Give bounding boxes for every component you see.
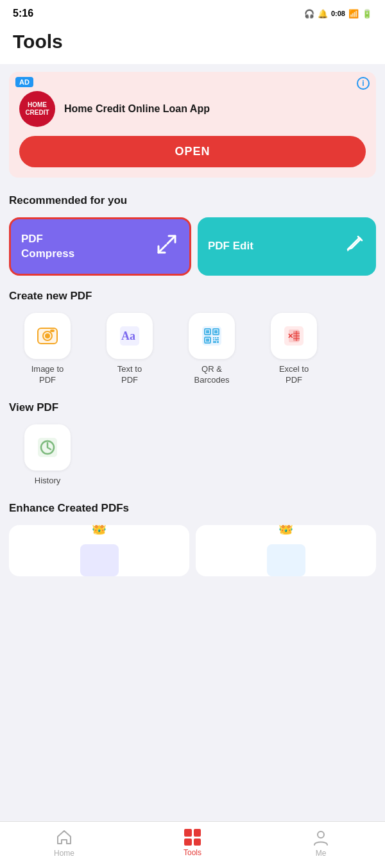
battery-icon: 🔋: [362, 9, 372, 19]
qr-barcodes-item[interactable]: QR &Barcodes: [173, 313, 250, 386]
image-to-pdf-icon-box: [24, 313, 71, 359]
svg-rect-18: [206, 338, 209, 342]
qr-barcodes-label: QR &Barcodes: [194, 364, 230, 386]
svg-rect-20: [215, 337, 216, 338]
page-title: Tools: [13, 31, 372, 53]
status-bar: 5:16 🎧 🔔 0:08 📶 🔋: [0, 0, 385, 24]
enhance-section: Enhance Created PDFs: [0, 493, 385, 525]
ad-info-icon[interactable]: i: [357, 77, 370, 90]
svg-rect-23: [215, 339, 219, 340]
ad-title: Home Credit Online Loan App: [64, 103, 210, 115]
history-item[interactable]: History: [9, 424, 86, 487]
nav-tools[interactable]: Tools: [167, 829, 218, 857]
view-pdf-title: View PDF: [9, 401, 376, 414]
ad-logo: HOMECREDIT: [19, 91, 55, 127]
edit-icon: [343, 233, 366, 260]
nav-me[interactable]: Me: [295, 828, 346, 858]
headphone-icon: 🎧: [304, 9, 314, 19]
svg-point-36: [318, 831, 324, 838]
text-to-pdf-item[interactable]: Aa Text toPDF: [91, 313, 168, 386]
status-time: 5:16: [13, 8, 33, 19]
notification-icon: 🔔: [318, 9, 328, 19]
bottom-nav: Home Tools Me: [0, 821, 385, 868]
svg-rect-19: [213, 337, 214, 338]
nav-home-label: Home: [54, 849, 74, 858]
svg-point-8: [45, 333, 50, 338]
home-icon: [55, 828, 73, 846]
wifi-icon: 📶: [348, 9, 359, 19]
tools-icon: [184, 829, 201, 846]
page-title-bar: Tools: [0, 24, 385, 64]
data-icon: 0:08: [331, 10, 345, 17]
crown-icon-1: 👑: [91, 525, 107, 535]
svg-rect-14: [206, 330, 209, 333]
recommended-section: Recommended for you: [0, 185, 385, 217]
pdf-compress-label: PDFCompress: [21, 232, 74, 260]
svg-rect-16: [214, 330, 218, 333]
image-to-pdf-label: Image toPDF: [31, 364, 64, 386]
enhance-card-1[interactable]: 👑: [9, 525, 189, 576]
ad-label: AD: [15, 77, 33, 87]
svg-rect-9: [50, 330, 55, 332]
nav-home[interactable]: Home: [38, 828, 90, 858]
excel-to-pdf-icon-box: ✕: [271, 313, 317, 359]
svg-rect-21: [217, 337, 219, 338]
pdf-compress-card[interactable]: PDFCompress: [9, 217, 191, 276]
compress-icon: [155, 232, 179, 261]
nav-tools-label: Tools: [184, 848, 201, 857]
ad-banner: AD i HOMECREDIT Home Credit Online Loan …: [9, 72, 376, 178]
create-pdf-title: Create new PDF: [9, 290, 376, 303]
crown-icon-2: 👑: [278, 525, 294, 535]
excel-to-pdf-label: Excel toPDF: [279, 364, 309, 386]
ad-open-button[interactable]: OPEN: [19, 136, 366, 167]
pdf-edit-card[interactable]: PDF Edit: [198, 217, 376, 276]
nav-me-label: Me: [316, 849, 327, 858]
recommended-section-title: Recommended for you: [9, 194, 376, 207]
svg-line-0: [167, 236, 175, 244]
svg-text:✕: ✕: [287, 332, 293, 340]
svg-rect-25: [217, 341, 219, 343]
status-icons: 🎧 🔔 0:08 📶 🔋: [304, 9, 372, 19]
ad-logo-text: HOMECREDIT: [25, 101, 49, 117]
history-row: History: [0, 424, 385, 493]
history-icon-box: [24, 424, 71, 471]
create-pdf-grid: Image toPDF Aa Text toPDF: [0, 313, 385, 392]
excel-to-pdf-item[interactable]: ✕ Excel toPDF: [255, 313, 332, 386]
text-to-pdf-icon-box: Aa: [107, 313, 153, 359]
create-pdf-section: Create new PDF: [0, 281, 385, 313]
svg-rect-22: [213, 339, 214, 340]
history-label: History: [35, 476, 60, 487]
recommended-row: PDFCompress PDF Edit: [0, 217, 385, 281]
ad-content: HOMECREDIT Home Credit Online Loan App: [19, 91, 366, 127]
enhance-row: 👑 👑: [0, 525, 385, 583]
view-pdf-section: View PDF: [0, 392, 385, 424]
svg-text:Aa: Aa: [121, 330, 135, 342]
svg-rect-24: [213, 341, 216, 343]
image-to-pdf-item[interactable]: Image toPDF: [9, 313, 86, 386]
text-to-pdf-label: Text toPDF: [117, 364, 142, 386]
svg-line-1: [158, 245, 166, 253]
me-icon: [312, 828, 330, 846]
enhance-section-title: Enhance Created PDFs: [9, 502, 376, 515]
pdf-edit-label: PDF Edit: [208, 239, 253, 253]
qr-barcodes-icon-box: [189, 313, 235, 359]
enhance-card-2[interactable]: 👑: [196, 525, 376, 576]
